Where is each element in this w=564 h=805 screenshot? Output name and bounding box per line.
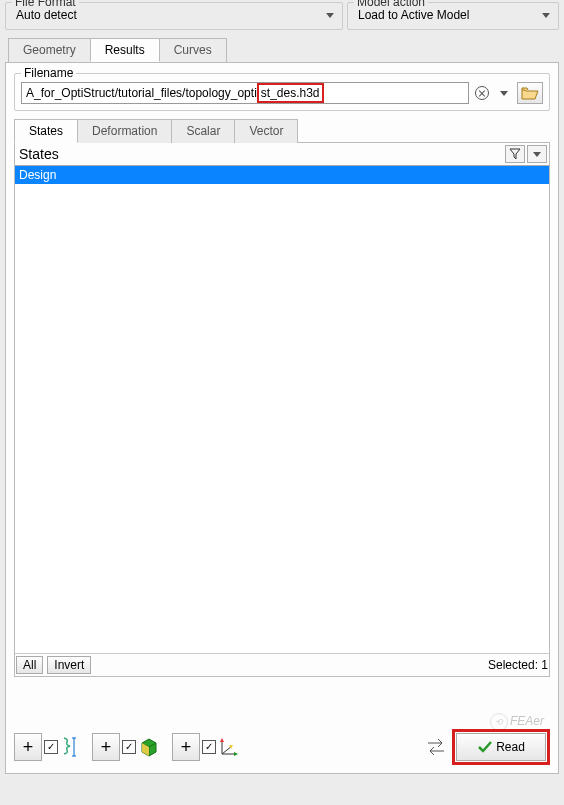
file-format-value: Auto detect [16,8,77,22]
filename-prefix: A_for_OptiStruct/tutorial_files/topology… [26,86,257,100]
invert-selection-button[interactable]: Invert [47,656,91,674]
add-button-3[interactable]: + [172,733,200,761]
sub-tabs: States Deformation Scalar Vector [14,119,550,143]
folder-open-icon [521,86,539,100]
checkbox-3[interactable]: ✓ [202,740,216,754]
subtab-deformation[interactable]: Deformation [77,119,172,143]
filter-icon [509,148,521,160]
bottom-toolbar: + ✓ + ✓ + ✓ Read [14,729,550,765]
subtab-states[interactable]: States [14,119,78,143]
clear-filename-button[interactable] [473,84,491,102]
model-action-label: Model action [354,0,428,9]
read-button[interactable]: Read [456,733,546,761]
filename-group: Filename A_for_OptiStruct/tutorial_files… [14,73,550,111]
model-action-group: Model action Load to Active Model [347,2,559,30]
axes-icon [218,736,240,758]
states-subpanel: States Design All Invert Selected: 1 [14,142,550,677]
subtab-vector[interactable]: Vector [234,119,298,143]
states-header: States [15,143,549,166]
tab-curves[interactable]: Curves [159,38,227,62]
filename-legend: Filename [21,66,76,80]
checkbox-2[interactable]: ✓ [122,740,136,754]
list-footer: All Invert Selected: 1 [15,653,549,676]
filter-dropdown-button[interactable] [527,145,547,163]
results-panel: Filename A_for_OptiStruct/tutorial_files… [5,62,559,774]
subtab-scalar[interactable]: Scalar [171,119,235,143]
filename-highlight: st_des.h3d [257,83,324,103]
select-all-button[interactable]: All [16,656,43,674]
list-item[interactable]: Design [15,166,549,184]
swap-icon [425,738,447,756]
file-format-label: File Format [12,0,79,9]
states-title: States [17,146,503,162]
read-label: Read [496,740,525,754]
tab-geometry[interactable]: Geometry [8,38,91,62]
close-icon [475,86,489,100]
chevron-down-icon [542,13,550,18]
states-list[interactable]: Design [15,166,549,653]
selected-count: Selected: 1 [488,658,548,672]
tab-results[interactable]: Results [90,38,160,62]
main-tabs: Geometry Results Curves [8,38,564,62]
add-button-2[interactable]: + [92,733,120,761]
file-format-group: File Format Auto detect [5,2,343,30]
browse-button[interactable] [517,82,543,104]
filter-button[interactable] [505,145,525,163]
spring-icon [60,736,80,758]
chevron-down-icon [500,91,508,96]
chevron-down-icon [326,13,334,18]
chevron-down-icon [533,152,541,157]
check-icon [477,740,493,754]
add-button-1[interactable]: + [14,733,42,761]
cube-icon [138,736,160,758]
filename-input[interactable]: A_for_OptiStruct/tutorial_files/topology… [21,82,469,104]
model-action-value: Load to Active Model [358,8,469,22]
read-highlight: Read [452,729,550,765]
filename-history-button[interactable] [495,84,513,102]
checkbox-1[interactable]: ✓ [44,740,58,754]
swap-button[interactable] [422,733,450,761]
